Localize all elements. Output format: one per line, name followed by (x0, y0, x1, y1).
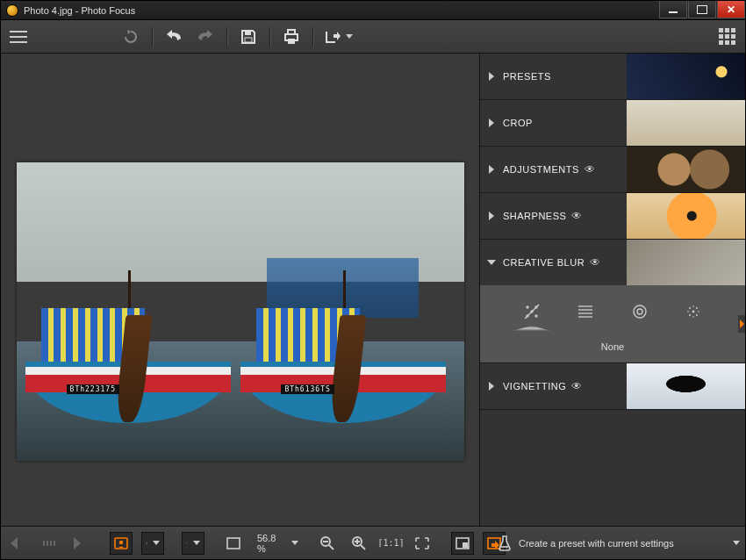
menu-button[interactable] (8, 26, 29, 47)
visibility-icon[interactable]: 👁 (571, 380, 583, 392)
panel-sharpness[interactable]: SHARPNESS 👁 (480, 193, 745, 239)
top-toolbar (1, 20, 745, 54)
svg-point-15 (634, 305, 646, 318)
svg-rect-45 (463, 542, 468, 548)
zoom-dropdown[interactable] (291, 541, 298, 545)
svg-point-19 (696, 307, 698, 309)
prev-image-button[interactable] (6, 532, 29, 555)
chevron-right-icon (489, 72, 494, 81)
create-preset-label: Create a preset with current settings (519, 538, 674, 549)
svg-rect-1 (245, 38, 252, 42)
navigator-button[interactable] (451, 532, 474, 555)
svg-point-21 (696, 314, 698, 316)
blur-mode-linear[interactable] (573, 299, 598, 324)
fit-screen-button[interactable] (222, 532, 245, 555)
side-panel: PRESETS CROP ADJUSTMENTS 👁 (479, 54, 745, 526)
app-icon (6, 4, 18, 17)
chevron-right-icon (489, 382, 494, 391)
visibility-icon[interactable]: 👁 (590, 256, 601, 269)
undo-all-button[interactable] (120, 26, 141, 47)
panel-creative-blur-body: None (480, 285, 745, 363)
zoom-out-button[interactable] (316, 532, 339, 555)
chevron-down-icon (153, 541, 160, 545)
svg-rect-27 (47, 541, 48, 546)
svg-rect-36 (227, 538, 240, 549)
svg-rect-26 (43, 541, 45, 546)
panel-sharpness-thumb (627, 193, 745, 239)
canvas-area[interactable]: BTh223175 BTh6136TS (1, 54, 479, 526)
svg-point-24 (687, 311, 689, 312)
panel-crop[interactable]: CROP (480, 100, 745, 146)
chevron-down-icon (193, 541, 200, 545)
create-preset-button[interactable]: Create a preset with current settings (498, 535, 721, 551)
svg-rect-28 (50, 541, 52, 546)
svg-rect-32 (146, 542, 147, 544)
minimize-button[interactable] (659, 1, 687, 18)
svg-line-41 (361, 545, 365, 549)
svg-point-17 (692, 311, 695, 313)
visibility-icon[interactable]: 👁 (585, 163, 596, 176)
panel-label: CREATIVE BLUR (503, 257, 585, 268)
chevron-down-icon (346, 34, 353, 39)
boat-registration-right: BTh6136TS (281, 384, 334, 394)
zoom-100-button[interactable]: ⌈1:1⌉ (379, 532, 402, 555)
svg-rect-4 (288, 39, 295, 44)
status-bar-left: 56.8 % ⌈1:1⌉ (6, 527, 485, 559)
blur-mode-radial[interactable] (628, 299, 652, 324)
chevron-down-icon (487, 260, 496, 265)
svg-rect-3 (288, 30, 295, 34)
thumbnail-grid-button[interactable] (717, 26, 738, 47)
panel-presets[interactable]: PRESETS (480, 54, 745, 99)
blur-mode-label: None (480, 341, 745, 352)
panel-creative-blur[interactable]: CREATIVE BLUR 👁 (480, 240, 745, 285)
visibility-icon[interactable]: 👁 (571, 210, 583, 222)
redo-button[interactable] (195, 26, 216, 47)
svg-point-31 (119, 540, 123, 543)
save-button[interactable] (238, 26, 259, 47)
svg-rect-35 (187, 542, 188, 544)
panel-adjustments[interactable]: ADJUSTMENTS 👁 (480, 147, 745, 192)
svg-rect-29 (54, 541, 55, 546)
panel-label: VIGNETTING (503, 381, 566, 391)
svg-line-38 (329, 545, 334, 549)
panel-vignetting[interactable]: VIGNETTING 👁 (480, 363, 745, 409)
next-image-button[interactable] (69, 532, 92, 555)
compare-button[interactable] (182, 532, 204, 555)
status-bar-right: Create a preset with current settings (485, 527, 740, 559)
photo-preview[interactable]: BTh223175 BTh6136TS (17, 162, 464, 461)
svg-point-20 (689, 314, 691, 316)
window-title: Photo 4.jpg - Photo Focus (24, 5, 658, 16)
panel-label: ADJUSTMENTS (503, 164, 579, 175)
filmstrip-icon (38, 532, 61, 555)
svg-point-6 (527, 306, 528, 308)
panel-label: CROP (503, 118, 533, 128)
preset-dropdown[interactable] (733, 541, 740, 545)
chevron-right-icon (489, 212, 494, 220)
svg-point-25 (698, 311, 699, 312)
view-single-button[interactable] (110, 532, 133, 555)
panel-presets-thumb (627, 54, 745, 99)
blur-mode-diffuse[interactable] (681, 299, 706, 324)
panel-adjustments-thumb (627, 147, 745, 192)
panel-vignetting-thumb (627, 363, 745, 409)
zoom-in-button[interactable] (348, 532, 370, 555)
svg-point-18 (689, 307, 691, 309)
close-button[interactable] (717, 1, 745, 18)
svg-rect-34 (186, 542, 187, 544)
flask-icon (498, 535, 512, 551)
blur-mode-none[interactable] (520, 299, 544, 324)
panel-label: SHARPNESS (503, 211, 566, 221)
app-window: Photo 4.jpg - Photo Focus (0, 0, 746, 560)
svg-point-22 (692, 305, 694, 307)
export-button[interactable] (324, 26, 354, 47)
expand-panel-button[interactable] (738, 315, 745, 333)
boat-registration-left: BTh223175 (67, 384, 119, 394)
zoom-fit-button[interactable] (411, 532, 434, 555)
maximize-button[interactable] (688, 1, 716, 18)
svg-point-9 (535, 315, 537, 317)
svg-rect-0 (245, 31, 251, 35)
print-button[interactable] (281, 26, 302, 47)
view-split-button[interactable] (141, 532, 164, 555)
panel-crop-thumb (627, 100, 745, 146)
undo-button[interactable] (163, 26, 184, 47)
